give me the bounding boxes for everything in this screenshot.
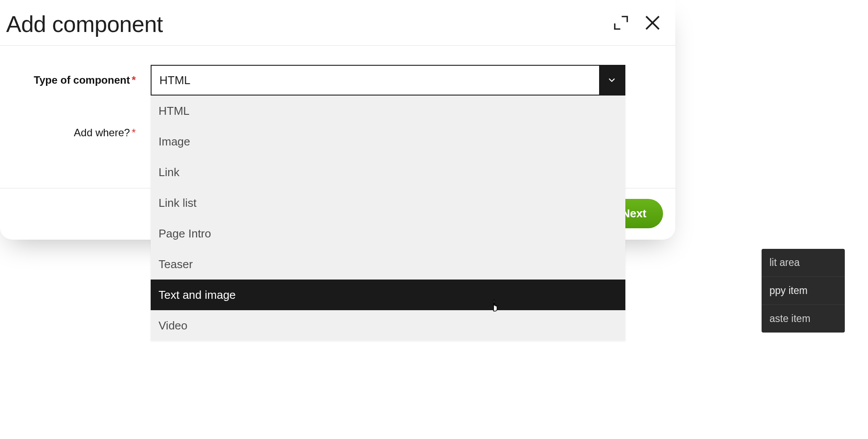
dropdown-option-link-list[interactable]: Link list [151,188,625,218]
type-of-component-label: Type of component* [18,74,136,86]
chevron-down-icon[interactable] [599,66,625,95]
dropdown-option-image[interactable]: Image [151,126,625,157]
dialog-title: Add component [6,8,163,37]
context-menu-item-paste[interactable]: aste item [762,305,845,333]
context-menu-item-copy[interactable]: ppy item [762,277,845,305]
dropdown-option-link[interactable]: Link [151,157,625,188]
type-of-component-select[interactable]: HTML [151,65,625,96]
dialog-header-actions [611,13,662,32]
type-dropdown-list[interactable]: HTML Image Link Link list Page Intro Tea… [151,96,625,341]
dropdown-option-text-and-image[interactable]: Text and image [151,280,625,310]
label-text: Type of component [34,74,130,86]
dialog-header: Add component [0,0,675,46]
fullscreen-icon[interactable] [611,13,631,32]
required-asterisk: * [132,74,136,86]
context-menu[interactable]: lit area ppy item aste item [762,249,845,333]
dropdown-option-html[interactable]: HTML [151,96,625,126]
context-menu-item-edit-area[interactable]: lit area [762,249,845,277]
close-icon[interactable] [643,13,662,32]
add-where-label: Add where?* [18,127,136,139]
form-row-type: Type of component* HTML [18,65,658,96]
required-asterisk: * [132,127,136,138]
select-value[interactable]: HTML [152,66,599,95]
dropdown-option-page-intro[interactable]: Page Intro [151,218,625,249]
label-text: Add where? [74,127,130,138]
dropdown-option-video[interactable]: Video [151,310,625,341]
dropdown-option-teaser[interactable]: Teaser [151,249,625,280]
